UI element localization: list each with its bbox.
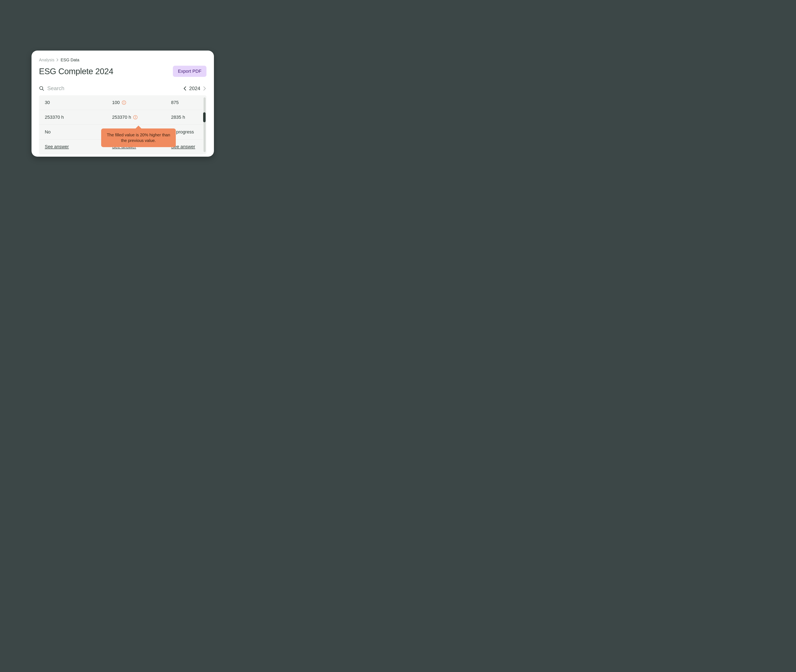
chevron-right-icon [56, 58, 58, 62]
table-row: 30 100 875 [39, 95, 203, 110]
breadcrumb: Analysis ESG Data [39, 58, 207, 62]
analysis-card: Analysis ESG Data ESG Complete 2024 Expo… [32, 51, 214, 157]
scrollbar-thumb[interactable] [203, 112, 206, 122]
year-prev-button[interactable] [183, 86, 187, 91]
breadcrumb-parent[interactable]: Analysis [39, 58, 54, 62]
see-answer-link[interactable]: See answer [45, 144, 69, 149]
svg-line-1 [42, 89, 43, 90]
warning-tooltip: The filled value is 20% higher than the … [101, 128, 176, 147]
svg-point-7 [135, 118, 136, 118]
search-input[interactable] [47, 85, 101, 91]
breadcrumb-current: ESG Data [61, 58, 79, 62]
year-value: 2024 [189, 86, 200, 91]
cell-value: 2835 h [146, 115, 197, 120]
search-icon [39, 86, 44, 91]
year-navigator: 2024 [183, 86, 207, 91]
data-table: 30 100 875 253370 h 253370 h 2835 h No [39, 95, 207, 154]
year-next-button[interactable] [203, 86, 207, 91]
cell-value: 253370 h [96, 115, 146, 120]
table-row: 253370 h 253370 h 2835 h [39, 110, 203, 125]
svg-point-4 [124, 103, 124, 104]
export-pdf-button[interactable]: Export PDF [173, 66, 207, 77]
search-field[interactable] [39, 85, 101, 91]
scrollbar-track[interactable] [203, 98, 206, 152]
warning-icon[interactable] [133, 115, 138, 120]
warning-icon[interactable] [122, 100, 126, 105]
cell-value: 100 [96, 100, 146, 105]
cell-value: 30 [45, 100, 96, 105]
chevron-left-icon [183, 86, 186, 91]
page-title: ESG Complete 2024 [39, 67, 113, 76]
cell-value: 875 [146, 100, 197, 105]
cell-value: No [45, 129, 96, 135]
chevron-right-icon [203, 86, 206, 91]
cell-value: 253370 h [45, 115, 96, 120]
